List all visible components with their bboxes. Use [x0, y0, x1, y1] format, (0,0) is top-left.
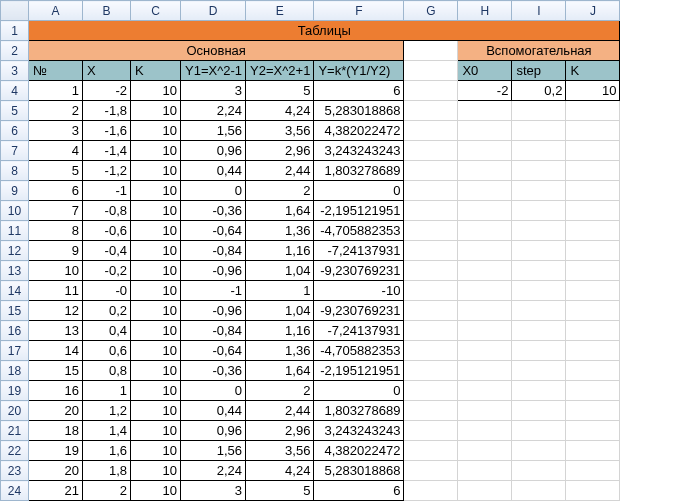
cell-D23[interactable]: 2,24 [181, 461, 246, 481]
cell-A10[interactable]: 7 [29, 201, 83, 221]
cell-F21[interactable]: 3,243243243 [314, 421, 404, 441]
cell-D5[interactable]: 2,24 [181, 101, 246, 121]
cell-G13[interactable] [404, 261, 458, 281]
cell-B18[interactable]: 0,8 [83, 361, 131, 381]
cell-J9[interactable] [566, 181, 620, 201]
cell-H23[interactable] [458, 461, 512, 481]
row-header-23[interactable]: 23 [1, 461, 29, 481]
cell-D15[interactable]: -0,96 [181, 301, 246, 321]
cell-A14[interactable]: 11 [29, 281, 83, 301]
row-header-18[interactable]: 18 [1, 361, 29, 381]
cell-D7[interactable]: 0,96 [181, 141, 246, 161]
cell-G23[interactable] [404, 461, 458, 481]
row-header-4[interactable]: 4 [1, 81, 29, 101]
cell-G15[interactable] [404, 301, 458, 321]
cell-I5[interactable] [512, 101, 566, 121]
cell-A5[interactable]: 2 [29, 101, 83, 121]
cell-I22[interactable] [512, 441, 566, 461]
cell-G6[interactable] [404, 121, 458, 141]
cell-I17[interactable] [512, 341, 566, 361]
cell-E5[interactable]: 4,24 [246, 101, 314, 121]
cell-B12[interactable]: -0,4 [83, 241, 131, 261]
cell-F10[interactable]: -2,195121951 [314, 201, 404, 221]
cell-D4[interactable]: 3 [181, 81, 246, 101]
cell-G14[interactable] [404, 281, 458, 301]
cell-B14[interactable]: -0 [83, 281, 131, 301]
cell-D22[interactable]: 1,56 [181, 441, 246, 461]
cell-C19[interactable]: 10 [131, 381, 181, 401]
cell-D20[interactable]: 0,44 [181, 401, 246, 421]
cell-C11[interactable]: 10 [131, 221, 181, 241]
cell-C10[interactable]: 10 [131, 201, 181, 221]
cell-C21[interactable]: 10 [131, 421, 181, 441]
cell-C4[interactable]: 10 [131, 81, 181, 101]
cell-A12[interactable]: 9 [29, 241, 83, 261]
cell-A17[interactable]: 14 [29, 341, 83, 361]
cell-J21[interactable] [566, 421, 620, 441]
cell-E19[interactable]: 2 [246, 381, 314, 401]
cell-G17[interactable] [404, 341, 458, 361]
cell-F19[interactable]: 0 [314, 381, 404, 401]
cell-C9[interactable]: 10 [131, 181, 181, 201]
col-header-I[interactable]: I [512, 1, 566, 21]
cell-E24[interactable]: 5 [246, 481, 314, 501]
cell-F14[interactable]: -10 [314, 281, 404, 301]
col-header-A[interactable]: A [29, 1, 83, 21]
cell-B7[interactable]: -1,4 [83, 141, 131, 161]
col-header-B[interactable]: B [83, 1, 131, 21]
cell-G20[interactable] [404, 401, 458, 421]
cell-J5[interactable] [566, 101, 620, 121]
cell-A24[interactable]: 21 [29, 481, 83, 501]
cell-I7[interactable] [512, 141, 566, 161]
cell-G11[interactable] [404, 221, 458, 241]
row-header-1[interactable]: 1 [1, 21, 29, 41]
cell-J14[interactable] [566, 281, 620, 301]
cell-D21[interactable]: 0,96 [181, 421, 246, 441]
cell-E22[interactable]: 3,56 [246, 441, 314, 461]
cell-B9[interactable]: -1 [83, 181, 131, 201]
cell-D18[interactable]: -0,36 [181, 361, 246, 381]
cell-A4[interactable]: 1 [29, 81, 83, 101]
row-header-20[interactable]: 20 [1, 401, 29, 421]
cell-B4[interactable]: -2 [83, 81, 131, 101]
cell-F5[interactable]: 5,283018868 [314, 101, 404, 121]
cell-H4[interactable]: -2 [458, 81, 512, 101]
cell-F24[interactable]: 6 [314, 481, 404, 501]
cell-I20[interactable] [512, 401, 566, 421]
cell-A18[interactable]: 15 [29, 361, 83, 381]
cell-G24[interactable] [404, 481, 458, 501]
cell-G3[interactable] [404, 61, 458, 81]
cell-G21[interactable] [404, 421, 458, 441]
cell-C12[interactable]: 10 [131, 241, 181, 261]
cell-E6[interactable]: 3,56 [246, 121, 314, 141]
cell-D17[interactable]: -0,64 [181, 341, 246, 361]
cell-A19[interactable]: 16 [29, 381, 83, 401]
cell-I9[interactable] [512, 181, 566, 201]
cell-J18[interactable] [566, 361, 620, 381]
column-headers[interactable]: ABCDEFGHIJ [1, 1, 620, 21]
cell-A8[interactable]: 5 [29, 161, 83, 181]
cell-F13[interactable]: -9,230769231 [314, 261, 404, 281]
cell-H14[interactable] [458, 281, 512, 301]
cell-E7[interactable]: 2,96 [246, 141, 314, 161]
cell-B16[interactable]: 0,4 [83, 321, 131, 341]
cell-I6[interactable] [512, 121, 566, 141]
cell-F22[interactable]: 4,382022472 [314, 441, 404, 461]
cell-E9[interactable]: 2 [246, 181, 314, 201]
cell-A13[interactable]: 10 [29, 261, 83, 281]
cell-H9[interactable] [458, 181, 512, 201]
cell-F8[interactable]: 1,803278689 [314, 161, 404, 181]
cell-H16[interactable] [458, 321, 512, 341]
cell-J11[interactable] [566, 221, 620, 241]
row-header-3[interactable]: 3 [1, 61, 29, 81]
cell-A20[interactable]: 20 [29, 401, 83, 421]
cell-G8[interactable] [404, 161, 458, 181]
cell-H8[interactable] [458, 161, 512, 181]
cell-J23[interactable] [566, 461, 620, 481]
cell-C18[interactable]: 10 [131, 361, 181, 381]
cell-A16[interactable]: 13 [29, 321, 83, 341]
cell-I21[interactable] [512, 421, 566, 441]
cell-F7[interactable]: 3,243243243 [314, 141, 404, 161]
cell-H22[interactable] [458, 441, 512, 461]
cell-I18[interactable] [512, 361, 566, 381]
